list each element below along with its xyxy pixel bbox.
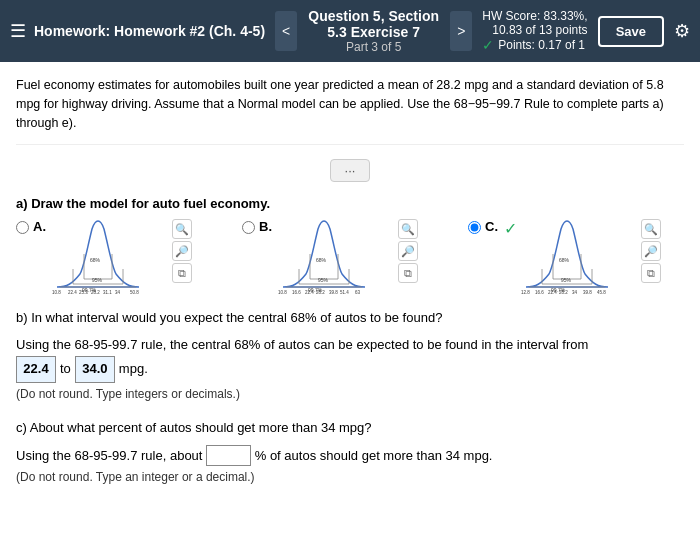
option-a-container: A. 68% 95% [16,219,232,294]
svg-text:68%: 68% [559,257,570,263]
graph-b-svg: 68% 95% 99.7% 10.8 16.6 22.4 28.2 39.8 5… [278,219,393,294]
graph-a-external[interactable]: ⧉ [172,263,192,283]
graph-c-external[interactable]: ⧉ [641,263,661,283]
svg-text:16.6: 16.6 [292,290,301,294]
part-c-answer: Using the 68-95-99.7 rule, about % of au… [16,445,684,488]
svg-text:28.2: 28.2 [559,290,568,294]
graph-c-zoom-in[interactable]: 🔍 [641,219,661,239]
option-c-label: C. [485,219,498,234]
header-left: ☰ Homework: Homework #2 (Ch. 4-5) [10,20,265,42]
next-question-button[interactable]: > [450,11,472,51]
svg-text:34: 34 [572,290,578,294]
graph-b-icons: 🔍 🔎 ⧉ [398,219,418,283]
svg-text:68%: 68% [316,257,327,263]
option-b-container: B. 68% 95% 99.7% 10.8 16.6 [242,219,458,294]
part-b-from-inline: 22.4 to 34.0 mpg. [16,356,148,383]
expand-button[interactable]: ··· [330,159,371,182]
part-b-label: b) In what interval would you expect the… [16,308,684,329]
graph-b-wrapper: 68% 95% 99.7% 10.8 16.6 22.4 28.2 39.8 5… [278,219,418,294]
svg-text:10.8: 10.8 [52,290,61,294]
save-button[interactable]: Save [598,16,664,47]
option-c-container: C. ✓ 68% 95% 99.7% 12.8 16.6 [468,219,684,294]
option-b-radio[interactable] [242,221,255,234]
part-b-note: (Do not round. Type integers or decimals… [16,385,684,404]
graph-a-zoom-in[interactable]: 🔍 [172,219,192,239]
option-a-radio[interactable] [16,221,29,234]
graph-b-zoom-in[interactable]: 🔍 [398,219,418,239]
points-icon: ✓ [482,37,494,53]
graph-c-wrapper: 68% 95% 99.7% 12.8 16.6 22.4 28.2 34 39.… [521,219,661,294]
part-info: Part 3 of 5 [307,40,440,54]
svg-text:51.4: 51.4 [340,290,349,294]
svg-text:95%: 95% [561,277,572,283]
option-b-label: B. [259,219,272,234]
prev-question-button[interactable]: < [275,11,297,51]
svg-text:95%: 95% [318,277,329,283]
points-info: ✓ Points: 0.17 of 1 [482,37,587,53]
svg-text:63: 63 [355,290,361,294]
header-right: HW Score: 83.33%, 10.83 of 13 points ✓ P… [482,9,690,53]
svg-text:39.8: 39.8 [329,290,338,294]
part-c: c) About what percent of autos should ge… [16,418,684,488]
option-a-label: A. [33,219,46,234]
option-c-radio[interactable] [468,221,481,234]
header: ☰ Homework: Homework #2 (Ch. 4-5) < Ques… [0,0,700,62]
part-c-text: Using the 68-95-99.7 rule, about [16,448,202,463]
part-b-from-value: 22.4 [16,356,56,383]
svg-text:16.6: 16.6 [535,290,544,294]
graph-c-svg: 68% 95% 99.7% 12.8 16.6 22.4 28.2 34 39.… [521,219,636,294]
score-info: HW Score: 83.33%, 10.83 of 13 points ✓ P… [482,9,587,53]
svg-text:28.2: 28.2 [91,290,100,294]
graph-b-zoom-out[interactable]: 🔎 [398,241,418,261]
svg-text:28.2: 28.2 [316,290,325,294]
header-center: Question 5, Section 5.3 Exercise 7 Part … [307,8,440,54]
graph-a-zoom-out[interactable]: 🔎 [172,241,192,261]
graph-a-icons: 🔍 🔎 ⧉ [172,219,192,283]
homework-title: Homework: Homework #2 (Ch. 4-5) [34,22,265,40]
svg-text:95%: 95% [92,277,103,283]
hw-score-label: HW Score: 83.33%, [482,9,587,23]
hw-score-detail: 10.83 of 13 points [482,23,587,37]
svg-text:12.8: 12.8 [521,290,530,294]
svg-text:22.4: 22.4 [68,290,77,294]
part-c-label: c) About what percent of autos should ge… [16,418,684,439]
svg-text:25.3: 25.3 [79,290,88,294]
part-b-to-label: to [60,359,71,380]
part-b-to-value: 34.0 [75,356,115,383]
svg-text:50.8: 50.8 [130,290,139,294]
option-c-checkmark: ✓ [504,219,517,238]
part-b: b) In what interval would you expect the… [16,308,684,404]
question-title: Question 5, Section 5.3 Exercise 7 [307,8,440,40]
svg-text:45.8: 45.8 [597,290,606,294]
part-a-label: a) Draw the model for auto fuel economy. [16,196,684,211]
part-b-answer: Using the 68-95-99.7 rule, the central 6… [16,335,684,404]
graph-c-zoom-out[interactable]: 🔎 [641,241,661,261]
part-b-unit: mpg. [119,359,148,380]
hamburger-icon[interactable]: ☰ [10,20,26,42]
main-content: Fuel economy estimates for automobiles b… [0,62,700,555]
svg-text:22.4: 22.4 [305,290,314,294]
graph-b-external[interactable]: ⧉ [398,263,418,283]
part-c-unit: % of autos should get more than 34 mpg. [255,448,493,463]
points-label: Points: 0.17 of 1 [498,38,585,52]
graph-a-wrapper: 68% 95% 99.7% 10.8 22.4 25.3 28.2 31.1 3… [52,219,192,294]
graph-c-icons: 🔍 🔎 ⧉ [641,219,661,283]
svg-text:22.4: 22.4 [548,290,557,294]
svg-text:39.8: 39.8 [583,290,592,294]
graph-a-svg: 68% 95% 99.7% 10.8 22.4 25.3 28.2 31.1 3… [52,219,167,294]
part-c-note: (Do not round. Type an integer or a deci… [16,468,684,487]
svg-text:34: 34 [115,290,121,294]
gear-icon[interactable]: ⚙ [674,20,690,42]
svg-text:68%: 68% [90,257,101,263]
svg-text:10.8: 10.8 [278,290,287,294]
part-b-text: Using the 68-95-99.7 rule, the central 6… [16,337,588,352]
problem-text: Fuel economy estimates for automobiles b… [16,76,684,145]
options-row: A. 68% 95% [16,219,684,294]
part-c-input[interactable] [206,445,251,466]
svg-text:31.1: 31.1 [103,290,112,294]
